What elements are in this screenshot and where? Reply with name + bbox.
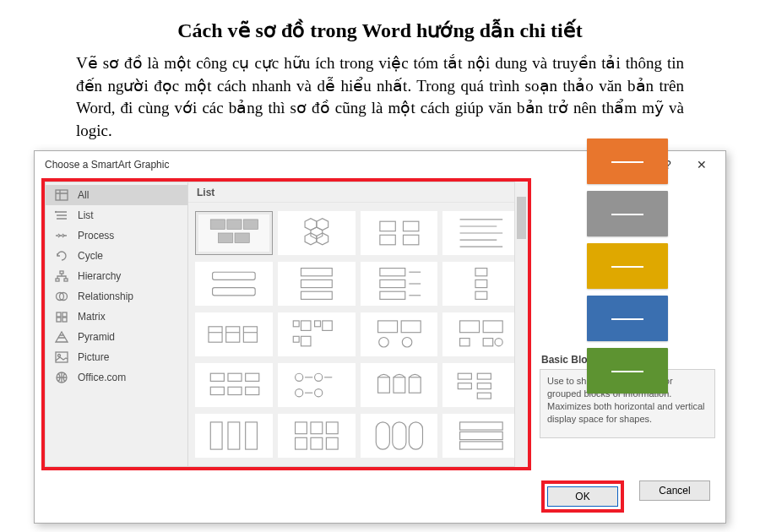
thumb-pill[interactable] [361,414,438,458]
thumb-lined-list[interactable] [442,211,520,255]
thumb-square-accent[interactable] [278,312,356,356]
preview-block [587,348,668,394]
cycle-icon [54,249,69,263]
category-relationship[interactable]: Relationship [46,286,187,307]
list-icon [54,209,69,222]
ok-button[interactable]: OK [547,486,618,507]
svg-rect-26 [379,236,394,246]
thumb-grid[interactable] [278,414,356,458]
preview-block [587,296,668,341]
svg-rect-44 [475,269,487,276]
thumb-vertical-box2[interactable] [195,414,273,458]
svg-rect-27 [403,236,418,246]
svg-rect-56 [323,321,333,331]
svg-rect-25 [403,222,418,232]
category-label: Process [78,230,114,242]
category-gallery-highlight: All List Process [41,178,531,470]
preview-pane: Basic Block List Use to show non-sequent… [531,178,725,474]
close-button[interactable]: ✕ [685,156,719,173]
category-label: Office.com [78,372,126,383]
cancel-button[interactable]: Cancel [639,480,710,501]
thumb-vertical-bullet[interactable] [442,262,520,306]
thumb-horizontal-bullet[interactable] [195,312,273,356]
svg-point-76 [314,374,322,382]
category-list: All List Process [45,182,188,467]
gallery-area: List [188,182,528,467]
svg-rect-68 [210,374,224,382]
category-list-item[interactable]: List [46,205,187,225]
svg-rect-91 [246,422,258,449]
svg-rect-9 [57,318,61,322]
svg-rect-48 [226,327,240,342]
scrollbar-thumb[interactable] [517,197,526,239]
thumb-basic-block-list[interactable] [195,211,273,255]
ok-button-highlight: OK [541,480,624,513]
svg-rect-39 [379,280,404,288]
svg-rect-71 [228,388,242,395]
svg-rect-34 [213,288,256,296]
thumb-stacked-list[interactable] [195,363,273,407]
svg-rect-60 [401,321,421,333]
svg-rect-64 [483,321,502,333]
svg-rect-36 [301,280,332,288]
thumb-picture-caption[interactable] [361,211,438,255]
svg-rect-85 [459,383,472,389]
dialog-body: All List Process [35,178,725,474]
thumb-tab-list[interactable] [195,262,273,306]
svg-rect-7 [57,312,61,317]
svg-rect-88 [478,394,491,399]
svg-rect-98 [376,422,389,449]
thumb-tabbed-arc[interactable] [361,363,438,407]
matrix-icon [54,310,69,323]
svg-rect-49 [243,327,257,342]
svg-rect-72 [246,374,259,382]
svg-rect-84 [459,374,472,380]
thumb-increasing-circle[interactable] [278,363,356,407]
category-pyramid[interactable]: Pyramid [46,327,187,347]
svg-rect-18 [235,233,249,243]
svg-rect-53 [293,321,299,327]
svg-rect-66 [483,339,493,346]
smartart-gallery[interactable] [188,203,528,467]
svg-rect-3 [56,279,59,281]
svg-rect-101 [460,422,503,430]
svg-rect-90 [228,422,240,449]
thumb-vertical-box[interactable] [278,262,356,306]
category-hierarchy[interactable]: Hierarchy [46,266,187,286]
svg-rect-35 [301,269,332,276]
svg-rect-65 [460,339,470,346]
picture-icon [54,350,69,364]
svg-rect-81 [377,377,389,393]
svg-rect-55 [314,321,320,327]
svg-point-62 [402,338,412,348]
thumb-table-list[interactable] [442,414,520,458]
category-all[interactable]: All [46,185,187,205]
svg-rect-37 [301,292,332,300]
svg-rect-16 [243,220,258,230]
category-picture[interactable]: Picture [46,347,187,367]
category-matrix[interactable]: Matrix [46,307,187,327]
svg-rect-46 [475,292,487,300]
category-officecom[interactable]: Office.com [46,367,187,388]
category-label: Hierarchy [78,270,121,282]
dialog-title: Choose a SmartArt Graphic [45,159,651,171]
thumb-descending[interactable] [442,363,520,407]
all-icon [54,188,69,202]
svg-point-12 [58,355,61,357]
gallery-scrollbar[interactable] [514,182,528,467]
category-cycle[interactable]: Cycle [46,246,187,266]
svg-rect-0 [56,190,68,200]
preview-graphic [540,187,715,349]
relationship-icon [54,290,69,303]
process-icon [54,229,69,242]
category-label: Matrix [78,311,106,323]
thumb-bending-picture[interactable] [442,312,520,356]
preview-block [587,191,668,236]
svg-point-1 [56,212,57,213]
hierarchy-icon [54,269,69,283]
thumb-vertical-bracket[interactable] [361,262,438,306]
category-process[interactable]: Process [46,225,187,246]
thumb-hexagon[interactable] [278,211,356,255]
thumb-picture-accent[interactable] [361,312,438,356]
category-label: Relationship [78,290,133,302]
